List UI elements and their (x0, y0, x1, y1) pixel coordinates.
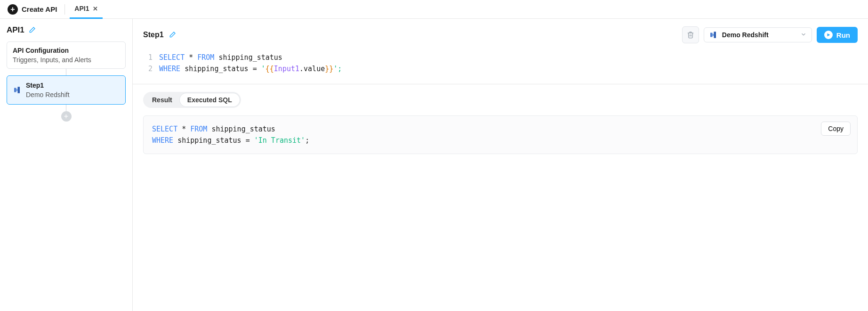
tab-label: API1 (74, 5, 89, 12)
executed-sql-block: Copy SELECT * FROM shipping_status WHERE… (143, 115, 858, 154)
chevron-down-icon (800, 31, 807, 39)
redshift-icon (13, 86, 21, 94)
tab-result[interactable]: Result (145, 93, 180, 106)
tab-executed-sql[interactable]: Executed SQL (180, 93, 240, 106)
api-title-row: API1 (7, 25, 126, 35)
step-card[interactable]: Step1 Demo Redshift (7, 75, 126, 105)
step-header: Step1 Demo Redshift Run (133, 19, 868, 48)
add-step-button[interactable]: + (61, 111, 72, 122)
code-editor[interactable]: 1 SELECT * FROM shipping_status 2 WHERE … (133, 48, 868, 84)
api-config-card[interactable]: API Configuration Triggers, Inputs, and … (7, 41, 126, 69)
svg-rect-5 (712, 34, 714, 36)
create-api-label: Create API (22, 5, 57, 13)
connector-line (66, 69, 66, 75)
line-number: 1 (147, 52, 159, 63)
code-line-2: 2 WHERE shipping_status = '{{Input1.valu… (147, 63, 854, 74)
run-button[interactable]: Run (817, 27, 858, 43)
create-api-button[interactable]: + Create API (5, 2, 60, 16)
plus-icon: + (8, 4, 18, 15)
result-tabs: Result Executed SQL (143, 92, 241, 108)
exec-line-2: WHERE shipping_status = 'In Transit'; (152, 135, 849, 146)
svg-rect-1 (18, 87, 20, 93)
code-line-1: 1 SELECT * FROM shipping_status (147, 52, 854, 63)
line-number: 2 (147, 63, 159, 74)
step-header-title: Step1 (143, 31, 164, 39)
trash-icon (687, 31, 694, 39)
edit-icon[interactable] (169, 31, 176, 39)
close-icon[interactable]: ✕ (93, 5, 98, 12)
svg-marker-6 (827, 33, 830, 37)
svg-rect-2 (16, 89, 18, 91)
redshift-icon (709, 31, 717, 39)
api-config-subtitle: Triggers, Inputs, and Alerts (13, 56, 120, 64)
main-panel: Step1 Demo Redshift Run (133, 19, 868, 311)
edit-icon[interactable] (28, 26, 36, 34)
api-name: API1 (7, 25, 24, 35)
connector-line-2 (66, 105, 66, 111)
datasource-select[interactable]: Demo Redshift (704, 27, 812, 42)
svg-rect-3 (710, 33, 713, 37)
play-icon (824, 31, 833, 39)
svg-rect-0 (14, 88, 16, 92)
run-label: Run (836, 31, 850, 39)
sidebar: API1 API Configuration Triggers, Inputs,… (0, 19, 133, 311)
step-title: Step1 (26, 82, 70, 89)
exec-line-1: SELECT * FROM shipping_status (152, 123, 849, 135)
top-divider (64, 4, 65, 15)
step-subtitle: Demo Redshift (26, 91, 70, 98)
svg-rect-4 (714, 32, 716, 38)
datasource-label: Demo Redshift (722, 31, 769, 39)
api-config-title: API Configuration (13, 47, 120, 54)
top-bar: + Create API API1 ✕ (0, 0, 868, 19)
tab-api1[interactable]: API1 ✕ (70, 0, 103, 19)
copy-button[interactable]: Copy (821, 122, 851, 136)
results-area: Result Executed SQL Copy SELECT * FROM s… (133, 84, 868, 162)
delete-button[interactable] (682, 26, 699, 43)
